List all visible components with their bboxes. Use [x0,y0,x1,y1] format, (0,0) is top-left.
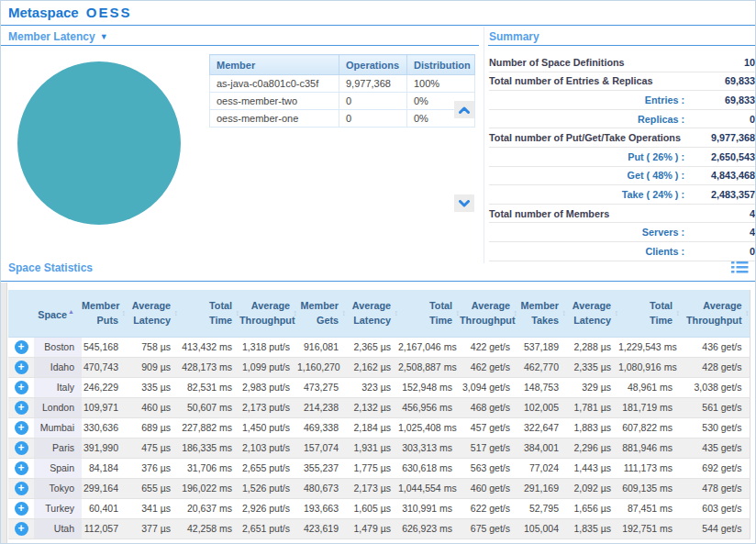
space-name-cell: Mumbai [34,417,82,438]
stats-cell: 469,338 [297,417,346,438]
stats-column-header[interactable]: TotalTime↕ [178,290,239,337]
member-table-row[interactable]: as-java-c0a801c0-c35f9,977,368100% [210,75,475,93]
stats-table-row[interactable]: +Idaho470,743909 µs428,173 ms1,099 put/s… [8,357,750,377]
member-table-column-header[interactable]: Operations [339,55,407,75]
stats-cell: 689 µs [126,417,178,438]
summary-row: Total number of Entries & Replicas69,833 [489,72,755,92]
stats-table-row[interactable]: +Boston545,168758 µs413,432 ms1,318 put/… [8,337,750,357]
member-table-column-header[interactable]: Distribution [407,55,475,75]
member-latency-title-divider [1,45,479,46]
summary-row: Servers :4 [489,223,755,242]
stats-cell: 341 µs [126,498,178,518]
scroll-up-button[interactable] [454,101,474,118]
stats-cell: 148,753 [517,377,566,397]
member-table-cell: 9,977,368 [339,75,407,93]
stats-table-row[interactable]: +London109,971460 µs50,607 ms2,173 put/s… [8,397,750,417]
expand-row-button[interactable]: + [15,340,28,354]
summary-panel: Number of Space Definitions10Total numbe… [489,53,755,261]
stats-cell: 2,288 µs [566,337,618,357]
stats-cell: 1,775 µs [346,458,398,478]
stats-table-row[interactable]: +Utah112,057377 µs42,258 ms2,651 put/s42… [8,518,750,538]
space-name-cell: Italy [34,377,82,397]
stats-column-header[interactable]: AverageThroughput↕ [239,290,297,337]
stats-column-header[interactable]: MemberGets↕ [297,290,346,337]
space-name-cell: Paris [34,438,82,458]
member-table-cell: oess-member-one [210,110,339,128]
stats-column-header[interactable]: AverageLatency↕ [346,290,398,337]
stats-cell: 2,103 put/s [239,438,297,458]
stats-cell: 111,173 ms [618,458,680,478]
stats-cell: 181,719 ms [618,397,680,417]
stats-cell: 323 µs [346,377,398,397]
stats-column-header[interactable]: Space▲ [34,290,82,337]
stats-cell: 196,022 ms [178,478,239,498]
chevron-down-icon: ▼ [100,32,108,41]
expand-row-button[interactable]: + [15,522,28,536]
expand-row-button[interactable]: + [15,441,28,455]
member-table-header-row: MemberOperationsDistribution [210,55,475,75]
stats-cell: 3,094 get/s [460,377,517,397]
summary-value: 69,833 [653,75,755,86]
expand-row-button[interactable]: + [15,421,28,435]
stats-cell: 609,135 ms [618,478,680,498]
stats-cell: 82,531 ms [178,377,239,397]
member-latency-dropdown[interactable]: Member Latency▼ [8,30,108,43]
expand-row-button[interactable]: + [15,482,28,495]
stats-column-header[interactable]: AverageLatency↕ [566,290,618,337]
member-table-cell: 100% [407,75,475,93]
stats-column-header[interactable]: MemberTakes↕ [517,290,566,337]
expand-row-button[interactable]: + [15,361,28,374]
stats-cell: 1,835 µs [566,518,618,538]
stats-cell: 384,001 [517,438,566,458]
stats-table-row[interactable]: +Mumbai330,636689 µs227,882 ms1,450 put/… [8,417,750,438]
stats-column-header[interactable]: TotalTime↕ [398,290,460,337]
stats-cell: 436 get/s [680,337,750,357]
stats-cell: 214,238 [297,397,346,417]
stats-cell: 1,656 µs [566,498,618,518]
space-statistics-divider [1,281,755,282]
stats-cell: 299,164 [82,478,126,498]
expander-cell: + [8,377,34,397]
stats-cell: 413,432 ms [178,337,239,357]
expand-row-button[interactable]: + [15,381,28,394]
expander-cell: + [8,438,34,458]
stats-table-row[interactable]: +Paris391,990475 µs186,335 ms2,103 put/s… [8,438,750,458]
stats-cell: 102,005 [517,397,566,417]
stats-cell: 1,931 µs [346,438,398,458]
stats-table-row[interactable]: +Tokyo299,164655 µs196,022 ms1,526 put/s… [8,478,750,498]
summary-title-divider [488,45,755,46]
stats-table-row[interactable]: +Italy246,229335 µs82,531 ms2,983 put/s4… [8,377,750,397]
expand-row-button[interactable]: + [15,461,28,475]
stats-cell: 456,956 ms [398,397,460,417]
member-table-column-header[interactable]: Member [210,55,339,75]
stats-table-row[interactable]: +Turkey60,401341 µs20,637 ms2,926 put/s1… [8,498,750,518]
stats-column-header[interactable]: AverageLatency↕ [126,290,178,337]
member-table-cell: oess-member-two [210,93,339,110]
stats-column-header[interactable]: TotalTime↕ [618,290,680,337]
stats-cell: 60,401 [82,498,126,518]
stats-cell: 675 get/s [460,518,517,538]
space-name-cell: Idaho [34,357,82,377]
stats-cell: 105,004 [517,518,566,538]
page-title-space-name: OESS [86,5,132,20]
member-table-row[interactable]: oess-member-one00% [210,110,475,128]
scroll-down-button[interactable] [454,194,474,212]
stats-cell: 335 µs [126,377,178,397]
space-name-cell: Boston [34,337,82,357]
stats-cell: 2,655 put/s [239,458,297,478]
list-view-button[interactable] [730,261,749,275]
summary-value: 4 [622,208,755,219]
summary-label: Put ( 26% ) : [489,151,684,162]
member-table-body: as-java-c0a801c0-c35f9,977,368100%oess-m… [210,75,475,128]
member-latency-pie-chart [17,61,181,225]
stats-cell: 607,822 ms [618,417,680,438]
stats-column-header[interactable]: AverageThroughput↕ [680,290,750,337]
stats-column-header[interactable]: AverageThroughput↕ [460,290,517,337]
stats-table-row[interactable]: +Spain84,184376 µs31,706 ms2,655 put/s35… [8,458,750,478]
summary-label: Get ( 48% ) : [489,170,684,181]
expand-row-button[interactable]: + [15,502,28,516]
stats-column-header[interactable]: MemberPuts↕ [82,290,126,337]
member-table-row[interactable]: oess-member-two00% [210,93,475,110]
stats-cell: 291,169 [517,478,566,498]
expand-row-button[interactable]: + [15,401,28,415]
